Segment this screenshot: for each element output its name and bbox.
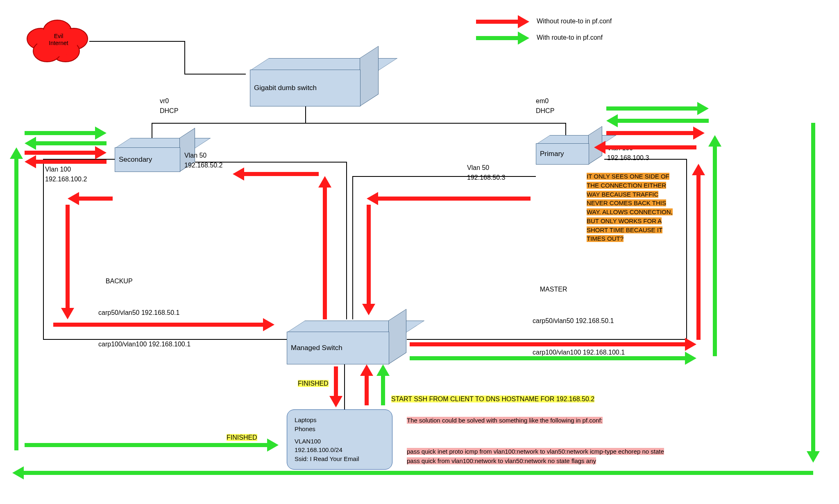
iface-sec-vlan100: Vlan 100 192.168.100.2 [45,165,87,184]
clients-l3: VLAN100 [295,437,385,446]
flow-red-up-right [696,164,701,340]
flow-green-bottom-long [12,471,813,475]
node-secondary-label: Secondary [115,147,180,172]
flow-red-down-left [66,205,70,319]
conn-dumb-down [305,106,306,123]
clients-l5: Ssid: I Read Your Email [295,454,385,463]
iface-pri-vlan50: Vlan 50 192.168.50.3 [467,163,505,183]
node-primary: Primary [536,143,589,165]
flow-green-right-out [410,356,696,360]
solution-intro: The solution could be solved with someth… [407,417,603,424]
conn-cloud-switch-c [184,74,246,75]
flow-red-topleft-r [25,151,107,155]
flow-green-up-farleft [14,147,18,450]
flow-green-topleft-l [25,141,107,145]
flow-red-right-top-in [594,145,696,149]
conn-pri100-a [604,159,686,160]
conn-pri50-b [352,176,536,177]
flow-red-pri-to-managed [367,197,531,201]
flow-red-down-clients [334,366,338,407]
legend-label-without: Without route-to in pf.conf [537,16,612,26]
flow-green-topleft-r [25,131,107,135]
flow-green-topright-l [606,119,709,123]
flow-red-topright-r [606,131,705,135]
node-dumb-switch-label: Gigabit dumb switch [250,70,361,106]
flow-red-sec-out [68,197,113,201]
node-managed-switch: Managed Switch [287,332,389,364]
carp-master-l2: carp100/vlan100 192.168.100.1 [533,349,625,356]
carp-master-l1: carp50/vlan50 192.168.50.1 [533,317,614,324]
legend-arrow-green [476,36,529,40]
conn-dumb-span [152,123,565,124]
conn-sec100-c [43,339,287,340]
flow-green-finished-right [25,443,279,447]
label-start-ssh: START SSH FROM CLIENT TO DNS HOSTNAME FO… [391,396,594,403]
node-managed-switch-label: Managed Switch [287,332,389,364]
flow-green-up-right [713,135,717,356]
carp-backup: BACKUP carp50/vlan50 192.168.50.1 carp10… [98,258,190,352]
conn-sec50-a [195,162,347,163]
flow-red-down-pri [367,205,371,315]
conn-cloud-switch-b [184,41,185,74]
conn-managed-clients [344,364,345,409]
solution-rule2: pass quick from vlan100:network to vlan5… [407,457,596,464]
iface-em0: em0 DHCP [536,96,554,116]
conn-sec100-b [43,159,44,339]
clients-l2: Phones [295,425,385,434]
flow-red-topleft-l [25,160,107,164]
clients-l4: 192.168.100.0/24 [295,445,385,454]
note-orange: IT ONLY SEES ONE SIDE OF THE CONNECTION … [587,172,679,243]
solution-rule1: pass quick inet proto icmp from vlan100:… [407,448,664,455]
conn-cloud-switch-a [89,41,184,42]
flow-green-topright-r [606,106,709,111]
flow-green-down-farright [811,123,815,463]
conn-pri50-a [352,176,353,319]
label-finished-2-text: FINISHED [227,434,257,441]
flow-red-left-to-sec [233,172,319,176]
flow-red-up-clients [365,364,369,405]
flow-green-up-clients [381,364,385,405]
carp-backup-title: BACKUP [106,278,133,285]
note-orange-text: IT ONLY SEES ONE SIDE OF THE CONNECTION … [587,173,673,242]
conn-pri100-c [407,339,686,340]
label-finished-1: FINISHED [298,380,329,387]
legend-arrow-red [476,20,529,24]
cloud-label-l2: Internet [49,40,68,46]
cloud-label-l1: Evil [54,33,63,39]
flow-red-right-out [410,342,696,346]
node-dumb-switch: Gigabit dumb switch [250,70,361,106]
label-start-ssh-text: START SSH FROM CLIENT TO DNS HOSTNAME FO… [391,396,594,402]
label-finished-2: FINISHED [227,434,257,441]
solution-rules: pass quick inet proto icmp from vlan100:… [407,447,664,466]
carp-master-title: MASTER [540,286,567,293]
node-clients: Laptops Phones VLAN100 192.168.100.0/24 … [287,409,392,470]
flow-red-right-to-managed [53,323,274,327]
carp-backup-l2: carp100/vlan100 192.168.100.1 [98,341,190,348]
clients-l1: Laptops [295,416,385,425]
cloud-label: Evil Internet [44,33,73,47]
conn-pri100-b [686,159,687,339]
solution-intro-text: The solution could be solved with someth… [407,417,603,424]
label-finished-1-text: FINISHED [298,380,329,387]
node-secondary: Secondary [115,147,180,172]
legend-label-with: With route-to in pf.conf [537,33,603,43]
iface-vr0: vr0 DHCP [160,96,178,116]
flow-red-up-inner-left [323,176,327,319]
iface-sec-vlan50: Vlan 50 192.168.50.2 [184,151,222,170]
conn-sec50-b [346,162,347,319]
carp-backup-l1: carp50/vlan50 192.168.50.1 [98,309,179,316]
node-primary-label: Primary [536,143,589,165]
